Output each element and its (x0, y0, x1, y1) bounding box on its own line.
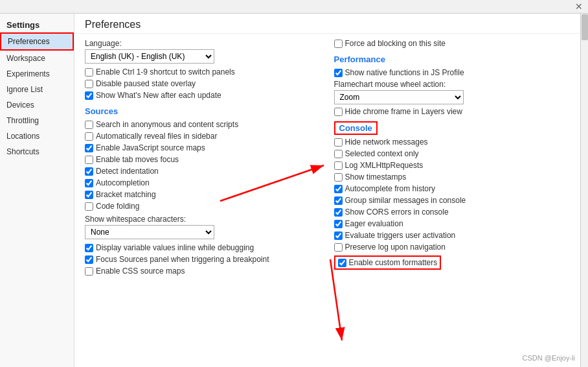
checkbox-hidenetwork: Hide network messages (334, 137, 571, 147)
bracket-checkbox[interactable] (85, 191, 93, 199)
right-column: Force ad blocking on this site Performan… (334, 39, 571, 362)
logxml-checkbox[interactable] (334, 161, 343, 170)
codefolding-label: Code folding (96, 202, 139, 211)
whitespace-select[interactable]: None (85, 225, 214, 239)
checkbox-timestamps: Show timestamps (334, 172, 571, 182)
reveal-checkbox[interactable] (85, 132, 93, 141)
eager-checkbox[interactable] (334, 220, 343, 228)
checkbox-reveal: Automatically reveal files in sidebar (85, 132, 321, 141)
nativefunctions-label: Show native functions in JS Profile (345, 68, 464, 77)
sources-title: Sources (85, 106, 321, 116)
sidebar-item-shortcuts[interactable]: Shortcuts (0, 144, 74, 160)
logxml-label: Log XMLHttpRequests (345, 161, 424, 170)
jssourcemaps-checkbox[interactable] (85, 144, 93, 152)
checkbox-groupsimilar: Group similar messages in console (334, 196, 571, 205)
sidebar-item-ignore-list[interactable]: Ignore List (0, 82, 74, 97)
checkbox-detect: Detect indentation (85, 167, 321, 176)
content-area: Preferences Language: English (UK) - Eng… (74, 14, 580, 367)
timestamps-checkbox[interactable] (334, 173, 343, 182)
checkbox-autocomplete: Autocompletion (85, 178, 321, 187)
checkbox-logxml: Log XMLHttpRequests (334, 161, 571, 170)
checkbox-displayvar: Display variable values inline while deb… (85, 243, 321, 252)
cors-checkbox[interactable] (334, 208, 343, 217)
detect-label: Detect indentation (96, 167, 159, 176)
console-title: Console (339, 123, 372, 133)
flamechart-select[interactable]: Zoom (334, 90, 464, 104)
tabmoves-label: Enable tab moves focus (96, 155, 179, 164)
csssourcemaps-checkbox[interactable] (85, 267, 93, 276)
checkbox-codefolding: Code folding (85, 202, 321, 211)
whatsnew-checkbox[interactable] (85, 91, 93, 100)
content-body: Language: English (UK) - English (UK) En… (74, 34, 580, 367)
checkbox-selectedctx: Selected context only (334, 149, 571, 158)
reveal-label: Automatically reveal files in sidebar (96, 132, 217, 141)
checkbox-paused: Disable paused state overlay (85, 79, 321, 88)
nativefunctions-checkbox[interactable] (334, 69, 343, 77)
close-button[interactable]: ✕ (572, 1, 585, 12)
hidechrome-label: Hide chrome frame in Layers view (345, 107, 462, 116)
csssourcemaps-label: Enable CSS source maps (96, 266, 185, 276)
focussources-label: Focus Sources panel when triggering a br… (96, 255, 269, 264)
checkbox-nativefunctions: Show native functions in JS Profile (334, 68, 571, 77)
checkbox-hidechrome: Hide chrome frame in Layers view (334, 107, 571, 116)
sidebar-item-experiments[interactable]: Experiments (0, 66, 74, 82)
jssourcemaps-label: Enable JavaScript source maps (96, 143, 205, 152)
sidebar-title: Settings (0, 16, 74, 32)
preservelog-label: Preserve log upon navigation (345, 243, 446, 252)
language-label: Language: (85, 39, 321, 48)
sidebar-item-locations[interactable]: Locations (0, 128, 74, 144)
flamechart-label: Flamechart mouse wheel action: (334, 80, 571, 89)
eager-label: Eager evaluation (345, 219, 403, 228)
performance-title: Performance (334, 54, 571, 64)
autocomplete-checkbox[interactable] (85, 179, 93, 187)
checkbox-csssourcemaps: Enable CSS source maps (85, 266, 321, 276)
anon-label: Search in anonymous and content scripts (96, 120, 238, 129)
sidebar-item-throttling[interactable]: Throttling (0, 113, 74, 128)
tabmoves-checkbox[interactable] (85, 156, 93, 164)
checkbox-cors: Show CORS errors in console (334, 207, 571, 217)
left-column: Language: English (UK) - English (UK) En… (85, 39, 321, 362)
checkbox-ctrl19: Enable Ctrl 1-9 shortcut to switch panel… (85, 67, 321, 77)
autocompletehistory-checkbox[interactable] (334, 185, 343, 193)
checkbox-autocompletehistory: Autocomplete from history (334, 184, 571, 193)
paused-checkbox[interactable] (85, 80, 93, 88)
bracket-label: Bracket matching (96, 190, 156, 199)
codefolding-checkbox[interactable] (85, 202, 93, 211)
checkbox-whatsnew: Show What's New after each update (85, 91, 321, 100)
groupsimilar-label: Group similar messages in console (345, 196, 466, 205)
displayvar-checkbox[interactable] (85, 244, 93, 252)
checkbox-preservelog: Preserve log upon navigation (334, 243, 571, 252)
selectedctx-checkbox[interactable] (334, 150, 343, 158)
cors-label: Show CORS errors in console (345, 207, 449, 217)
preservelog-checkbox[interactable] (334, 243, 343, 252)
anon-checkbox[interactable] (85, 121, 93, 129)
scroll-thumb[interactable] (582, 14, 588, 40)
autocompletehistory-label: Autocomplete from history (345, 184, 435, 193)
checkbox-anon: Search in anonymous and content scripts (85, 120, 321, 129)
hidechrome-checkbox[interactable] (334, 108, 343, 116)
sidebar-item-devices[interactable]: Devices (0, 97, 74, 113)
selectedctx-label: Selected context only (345, 149, 419, 158)
whitespace-label: Show whitespace characters: (85, 215, 321, 224)
language-select[interactable]: English (UK) - English (UK) (85, 49, 214, 64)
watermark: CSDN @Enjoy-li (523, 354, 575, 362)
sidebar-item-workspace[interactable]: Workspace (0, 51, 74, 66)
triggers-checkbox[interactable] (334, 231, 343, 240)
detect-checkbox[interactable] (85, 167, 93, 176)
paused-label: Disable paused state overlay (96, 79, 196, 88)
focussources-checkbox[interactable] (85, 255, 93, 264)
page-title: Preferences (85, 19, 570, 30)
timestamps-label: Show timestamps (345, 172, 407, 182)
groupsimilar-checkbox[interactable] (334, 196, 343, 205)
checkbox-focussources: Focus Sources panel when triggering a br… (85, 255, 321, 264)
ctrl19-label: Enable Ctrl 1-9 shortcut to switch panel… (96, 67, 235, 77)
checkbox-jssourcemaps: Enable JavaScript source maps (85, 143, 321, 152)
scrollbar[interactable] (580, 14, 588, 367)
sidebar-item-preferences[interactable]: Preferences (0, 32, 74, 51)
forceadblocking-checkbox[interactable] (334, 40, 343, 48)
customformatters-checkbox[interactable] (338, 259, 346, 267)
ctrl19-checkbox[interactable] (85, 68, 93, 77)
hidenetwork-checkbox[interactable] (334, 138, 343, 147)
checkbox-tabmoves: Enable tab moves focus (85, 155, 321, 164)
custom-formatters-box: Enable custom formatters (334, 255, 442, 270)
